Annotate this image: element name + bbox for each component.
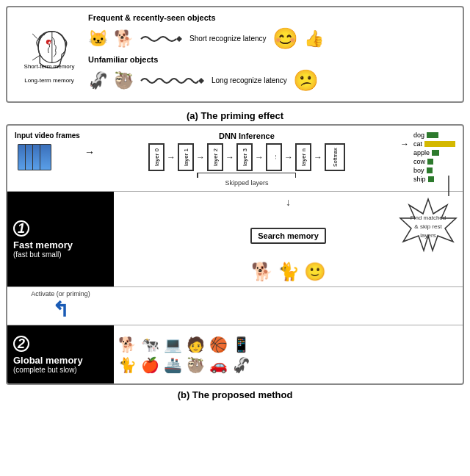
- layer-3: layer 3: [236, 143, 253, 171]
- dnn-middle: DNN Inference layer 0 → layer 1 → layer …: [99, 131, 394, 187]
- brain-icon: ★: [29, 25, 70, 69]
- fast-dog-icon: 🐕: [251, 262, 273, 282]
- softmax-arrow-area: →: [400, 139, 409, 149]
- frame-4: [40, 144, 51, 170]
- global-skunk-icon: 🦨: [232, 356, 250, 374]
- short-latency: Short recognize latency: [189, 35, 267, 43]
- section-b: Input video frames → DNN Inference layer…: [6, 124, 464, 385]
- global-icons-row-2: 🐈 🍎 🚢 🦥 🚗 🦨: [118, 356, 458, 374]
- global-ship-icon: 🚢: [164, 356, 182, 374]
- global-car-icon: 🚗: [209, 356, 228, 374]
- svg-marker-8: [198, 78, 204, 81]
- confused-emoji: 😕: [293, 68, 319, 93]
- output-cow: cow: [413, 158, 455, 165]
- unfamiliar-label: Unfamiliar objects: [88, 55, 454, 64]
- search-memory-button[interactable]: Search memory: [250, 228, 326, 244]
- apple-bar: [432, 150, 439, 156]
- memory-sections: 1 Fast memory (fast but small) ↓ Search …: [7, 191, 463, 286]
- global-icons-row-1: 🐕 🐄 💻 🧑 🏀 📱: [118, 336, 458, 353]
- arrow-dotsln: →: [284, 152, 293, 162]
- short-wavy-arrow: [140, 32, 184, 46]
- caption-a: (a) The priming effect: [187, 110, 283, 121]
- svg-text:Find matched: Find matched: [411, 214, 446, 221]
- arrow-l1l2: →: [196, 152, 205, 162]
- activate-area: Activate (or priming) ↰: [7, 286, 114, 325]
- ship-bar: [428, 176, 434, 182]
- arrows-content: Frequent & recently-seen objects 🐱 🐕 Sho…: [82, 13, 454, 95]
- global-cow-icon: 🐄: [141, 336, 159, 353]
- fast-mem-title: Fast memory: [13, 239, 108, 250]
- global-mem-number: 2: [13, 336, 29, 352]
- global-content-spacer: [114, 286, 463, 325]
- dnn-inference-label: DNN Inference: [219, 131, 275, 140]
- boy-bar: [427, 167, 433, 173]
- global-laptop-icon: 💻: [164, 336, 182, 353]
- global-mem-title: Global memory: [13, 355, 108, 366]
- dog-icon: 🐕: [114, 29, 134, 48]
- output-dog: dog: [413, 131, 455, 139]
- main-container: ★ Short-term memory Long-term memory Fre…: [0, 0, 470, 476]
- output-apple: apple: [413, 149, 455, 156]
- long-latency: Long recognize latency: [212, 76, 287, 84]
- input-label: Input video frames: [15, 131, 80, 140]
- happy-emoji: 😊: [272, 26, 298, 51]
- global-cat-icon: 🐈: [118, 356, 137, 374]
- global-icons-area: 🐕 🐄 💻 🧑 🏀 📱 🐈 🍎 🚢 🦥 🚗 🦨: [114, 325, 463, 383]
- fast-mem-number: 1: [13, 220, 29, 237]
- brain-area: ★ Short-term memory Long-term memory: [16, 25, 82, 84]
- softmax-box: Softmax: [325, 143, 345, 171]
- output-cat: cat: [413, 140, 455, 148]
- global-dog-icon: 🐕: [118, 336, 137, 353]
- blue-curved-arrow: ↰: [52, 298, 69, 322]
- activate-global-row: Activate (or priming) ↰: [7, 286, 463, 325]
- global-person-icon: 🧑: [187, 336, 205, 353]
- layer-dots: ...: [266, 143, 282, 171]
- fast-memory-label: 1 Fast memory (fast but small): [7, 192, 114, 286]
- frequent-row: 🐱 🐕 Short recognize latency 😊 👍: [88, 26, 454, 51]
- svg-marker-9: [198, 81, 204, 84]
- fast-icons: 🐕 🐈 🙂: [117, 262, 460, 282]
- cow-bar: [427, 159, 433, 165]
- svg-marker-7: [176, 39, 182, 42]
- unfamiliar-row: 🦨 🦥 Long recognize latency 😕: [88, 68, 454, 93]
- fast-mem-subtitle: (fast but small): [13, 250, 108, 259]
- global-apple-icon: 🍎: [141, 356, 159, 374]
- global-mem-subtitle: (complete but slow): [13, 366, 108, 374]
- layers-bracket: Skipped layers: [197, 171, 296, 187]
- section-a: ★ Short-term memory Long-term memory Fre…: [6, 6, 464, 103]
- global-basketball-icon: 🏀: [209, 336, 228, 353]
- arrow-l3dots: →: [255, 152, 264, 162]
- layer-1: layer 1: [178, 143, 194, 171]
- fast-cat-icon: 🐈: [278, 262, 300, 282]
- cat-bar: [424, 141, 455, 147]
- svg-line-5: [32, 55, 40, 60]
- layer-0: layer 0: [148, 143, 164, 171]
- caption-b: (b) The proposed method: [178, 389, 293, 400]
- global-memory-row: 2 Global memory (complete but slow) 🐕 🐄 …: [7, 325, 463, 383]
- thumbsup-emoji: 👍: [304, 29, 324, 48]
- global-memory-label: 2 Global memory (complete but slow): [7, 325, 114, 383]
- dnn-row: Input video frames → DNN Inference layer…: [7, 126, 463, 191]
- frequent-label: Frequent & recently-seen objects: [88, 13, 454, 22]
- video-frames: [15, 144, 51, 170]
- cat-icon: 🐱: [88, 29, 108, 48]
- long-term-label: Long-term memory: [24, 77, 75, 84]
- arrow-l2l3: →: [225, 152, 234, 162]
- dnn-left: Input video frames: [15, 131, 80, 170]
- svg-marker-6: [176, 36, 182, 39]
- starburst-icon: Find matched & skip rest layers: [397, 198, 460, 253]
- svg-text:& skip rest: & skip rest: [414, 223, 442, 230]
- output-boy: boy: [413, 167, 455, 174]
- short-term-label: Short-term memory: [24, 63, 75, 71]
- svg-text:layers: layers: [420, 232, 435, 239]
- arrow-ln-softmax: →: [314, 152, 322, 162]
- layer-2: layer 2: [207, 143, 223, 171]
- dog-bar: [427, 132, 438, 138]
- frames-arrow: →: [84, 146, 95, 158]
- fast-person-icon: 🙂: [304, 262, 326, 282]
- starburst-up-arrow: [445, 176, 452, 198]
- layers-row: layer 0 → layer 1 → layer 2 → layer 3 → …: [148, 143, 345, 171]
- fast-memory-content: ↓ Search memory 🐕 🐈 🙂 Find m: [114, 192, 463, 286]
- arrow-l0l1: →: [167, 152, 176, 162]
- global-sloth-icon: 🦥: [187, 356, 205, 374]
